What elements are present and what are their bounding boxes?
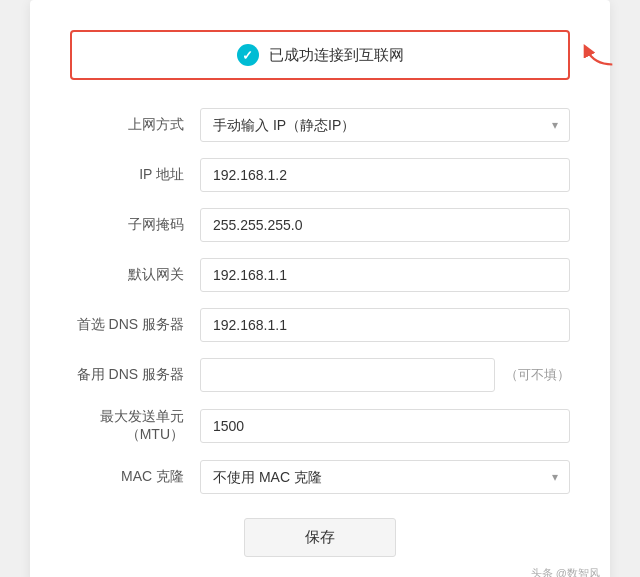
dns2-input-wrap (200, 358, 495, 392)
gateway-row: 默认网关 (70, 258, 570, 292)
success-icon (237, 44, 259, 66)
mac-label: MAC 克隆 (70, 468, 200, 486)
subnet-input[interactable] (200, 208, 570, 242)
status-banner: 已成功连接到互联网 (70, 30, 570, 80)
gateway-label: 默认网关 (70, 266, 200, 284)
ip-input-wrap (200, 158, 570, 192)
dns2-label: 备用 DNS 服务器 (70, 366, 200, 384)
mtu-row: 最大发送单元（MTU） (70, 408, 570, 444)
mtu-input[interactable] (200, 409, 570, 443)
internet-mode-input-wrap: 手动输入 IP（静态IP） ▾ (200, 108, 570, 142)
dns1-row: 首选 DNS 服务器 (70, 308, 570, 342)
subnet-input-wrap (200, 208, 570, 242)
dns1-input[interactable] (200, 308, 570, 342)
dns2-row: 备用 DNS 服务器 （可不填） (70, 358, 570, 392)
mac-input-wrap: 不使用 MAC 克隆 ▾ (200, 460, 570, 494)
arrow-decoration (572, 32, 616, 79)
gateway-input[interactable] (200, 258, 570, 292)
internet-mode-row: 上网方式 手动输入 IP（静态IP） ▾ (70, 108, 570, 142)
dns2-optional-hint: （可不填） (505, 366, 570, 384)
save-row: 保存 (70, 518, 570, 557)
dns1-label: 首选 DNS 服务器 (70, 316, 200, 334)
save-button[interactable]: 保存 (244, 518, 396, 557)
status-text: 已成功连接到互联网 (269, 46, 404, 65)
internet-mode-label: 上网方式 (70, 116, 200, 134)
dns2-input[interactable] (200, 358, 495, 392)
ip-input[interactable] (200, 158, 570, 192)
mac-select[interactable]: 不使用 MAC 克隆 (200, 460, 570, 494)
internet-mode-select[interactable]: 手动输入 IP（静态IP） (200, 108, 570, 142)
ip-row: IP 地址 (70, 158, 570, 192)
mtu-label: 最大发送单元（MTU） (70, 408, 200, 444)
subnet-label: 子网掩码 (70, 216, 200, 234)
settings-panel: 已成功连接到互联网 上网方式 手动输入 IP（静态IP） ▾ IP (30, 0, 610, 577)
mtu-input-wrap (200, 409, 570, 443)
dns1-input-wrap (200, 308, 570, 342)
mac-row: MAC 克隆 不使用 MAC 克隆 ▾ (70, 460, 570, 494)
ip-label: IP 地址 (70, 166, 200, 184)
watermark: 头条 @数智风 (531, 566, 600, 577)
subnet-row: 子网掩码 (70, 208, 570, 242)
gateway-input-wrap (200, 258, 570, 292)
